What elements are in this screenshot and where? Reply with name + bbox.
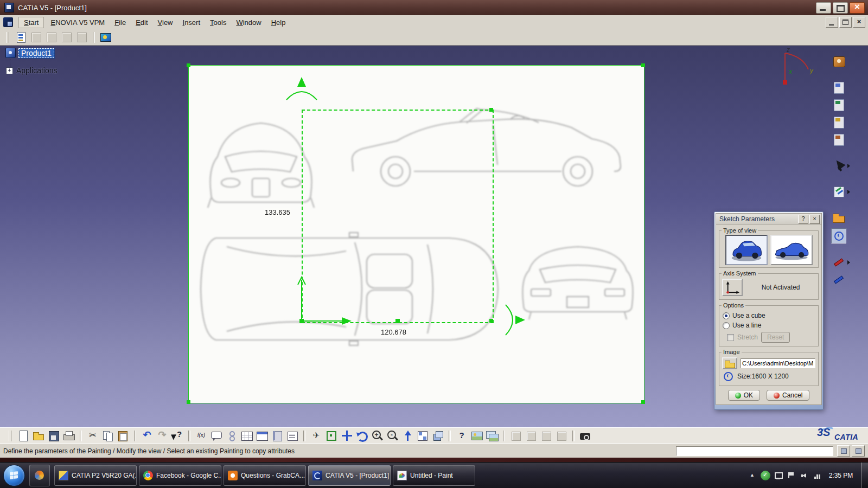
tray-volume-icon[interactable] xyxy=(800,471,809,480)
menu-help[interactable]: Help xyxy=(266,17,291,28)
tray-display-icon[interactable] xyxy=(774,471,783,480)
painting-bounds[interactable] xyxy=(302,110,494,323)
show-desktop-button[interactable] xyxy=(861,463,868,488)
painting-icon[interactable] xyxy=(831,228,846,243)
use-line-option[interactable]: Use a line xyxy=(723,322,815,329)
shelf-b-icon[interactable] xyxy=(832,98,846,112)
cursor-flyout-arrow[interactable] xyxy=(847,164,850,168)
menu-edit[interactable]: Edit xyxy=(131,17,152,28)
open-icon[interactable] xyxy=(32,429,45,442)
browse-icon[interactable] xyxy=(832,211,846,225)
menu-window[interactable]: Window xyxy=(231,17,266,28)
shelf-c-icon[interactable] xyxy=(832,115,846,130)
maximize-button[interactable] xyxy=(833,2,848,14)
taskbar-item-catia-v5-product1[interactable]: CATIA V5 - [Product1] xyxy=(308,465,391,486)
fly-icon[interactable] xyxy=(310,429,323,442)
browse-image-button[interactable] xyxy=(722,357,737,369)
taskbar-item-untitled-paint[interactable]: Untitled - Paint xyxy=(393,465,475,486)
shelf-d-icon[interactable] xyxy=(832,133,846,147)
dis-d-icon[interactable] xyxy=(555,429,568,442)
catalog-icon[interactable] xyxy=(271,429,284,442)
copy-icon[interactable] xyxy=(101,429,114,442)
paste-icon[interactable] xyxy=(117,429,130,442)
menu-insert[interactable]: Insert xyxy=(178,17,206,28)
listicon-icon[interactable] xyxy=(286,429,299,442)
taskbar-item-questions-grabca[interactable]: Questions - GrabCA... xyxy=(224,465,306,486)
mdi-minimize-button[interactable] xyxy=(826,17,838,28)
gray-c-icon[interactable] xyxy=(60,31,73,44)
power-icon[interactable] xyxy=(225,429,238,442)
menu-start[interactable]: Start xyxy=(18,17,44,28)
gray-b-icon[interactable] xyxy=(45,31,58,44)
menu-enovia-v5-vpm[interactable]: ENOVIA V5 VPM xyxy=(46,17,110,28)
dialog-close-button[interactable]: × xyxy=(809,215,820,224)
mdi-restore-button[interactable] xyxy=(839,17,852,28)
rotate-icon[interactable] xyxy=(355,429,368,442)
shelf-a-icon[interactable] xyxy=(832,81,846,95)
helpcur-icon[interactable] xyxy=(171,429,184,442)
tray-network-icon[interactable] xyxy=(813,471,822,480)
tray-expand-icon[interactable] xyxy=(748,471,757,480)
menu-file[interactable]: File xyxy=(110,17,131,28)
view-type-plane-button[interactable] xyxy=(770,235,813,265)
new-icon[interactable] xyxy=(17,429,30,442)
normalview-icon[interactable] xyxy=(401,429,414,442)
use-line-radio[interactable] xyxy=(723,322,730,329)
tracer-flyout-arrow[interactable] xyxy=(847,190,850,194)
view-compass[interactable]: z y x xyxy=(760,46,825,95)
stretch-checkbox[interactable] xyxy=(727,334,734,341)
multiview-icon[interactable] xyxy=(416,429,429,442)
minimize-button[interactable] xyxy=(816,2,831,14)
pinned-media-player-button[interactable] xyxy=(29,465,50,486)
fx-icon[interactable] xyxy=(195,429,208,442)
zoomout-icon[interactable] xyxy=(386,429,399,442)
gray-a-icon[interactable] xyxy=(30,31,43,44)
save-icon[interactable] xyxy=(47,429,60,442)
use-cube-radio[interactable] xyxy=(723,312,730,319)
image-path-field[interactable]: C:\Users\admin\Desktop\M xyxy=(741,358,815,368)
fitall-icon[interactable] xyxy=(325,429,338,442)
print-icon[interactable] xyxy=(62,429,75,442)
use-cube-option[interactable]: Use a cube xyxy=(723,312,815,319)
tray-status-icon[interactable] xyxy=(761,471,770,480)
capture-icon[interactable] xyxy=(99,31,112,44)
tree-node-applications[interactable]: Applications xyxy=(16,66,58,75)
pan-icon[interactable] xyxy=(340,429,353,442)
3d-viewport[interactable]: Product1 + Applications xyxy=(0,46,868,427)
grid-icon[interactable] xyxy=(240,429,253,442)
menu-view[interactable]: View xyxy=(153,17,178,28)
dis-c-icon[interactable] xyxy=(540,429,553,442)
qmark-icon[interactable] xyxy=(455,429,468,442)
dialog-help-button[interactable]: ? xyxy=(798,215,808,224)
axis-system-button[interactable] xyxy=(722,279,743,296)
cancel-button[interactable]: Cancel xyxy=(767,390,809,401)
image-icon[interactable] xyxy=(470,429,483,442)
paint-b-flyout-arrow[interactable] xyxy=(847,260,850,265)
toolbar-grip[interactable] xyxy=(7,32,9,43)
cursor-icon[interactable] xyxy=(832,159,846,173)
taskbar-item-facebook-google-c[interactable]: Facebook - Google C... xyxy=(139,465,221,486)
gray-d-icon[interactable] xyxy=(75,31,88,44)
props-icon[interactable] xyxy=(15,31,28,44)
paint-b-icon[interactable] xyxy=(832,255,846,269)
redo-icon[interactable] xyxy=(156,429,169,442)
tracer-icon[interactable] xyxy=(832,185,846,199)
ok-button[interactable]: OK xyxy=(728,390,760,401)
dtable-icon[interactable] xyxy=(256,429,269,442)
taskbar-item-catia-p2-v5r20-ga[interactable]: CATIA P2 V5R20 GA(... xyxy=(54,465,137,486)
menu-tools[interactable]: Tools xyxy=(205,17,231,28)
dis-b-icon[interactable] xyxy=(525,429,538,442)
mdi-close-button[interactable] xyxy=(853,17,865,28)
dimension-width[interactable]: 120.678 xyxy=(380,328,407,336)
status-tool-button-2[interactable] xyxy=(852,445,865,457)
taskbar-clock[interactable]: 2:35 PM xyxy=(824,472,858,479)
paint-c-icon[interactable] xyxy=(832,273,846,287)
camera-icon[interactable] xyxy=(579,429,592,442)
dis-a-icon[interactable] xyxy=(509,429,522,442)
product-node-icon[interactable] xyxy=(5,48,16,58)
view-type-cube-button[interactable] xyxy=(725,235,768,265)
start-button[interactable] xyxy=(3,465,25,486)
isobox-icon[interactable] xyxy=(431,429,444,442)
bubble-icon[interactable] xyxy=(210,429,223,442)
undo-icon[interactable] xyxy=(141,429,154,442)
